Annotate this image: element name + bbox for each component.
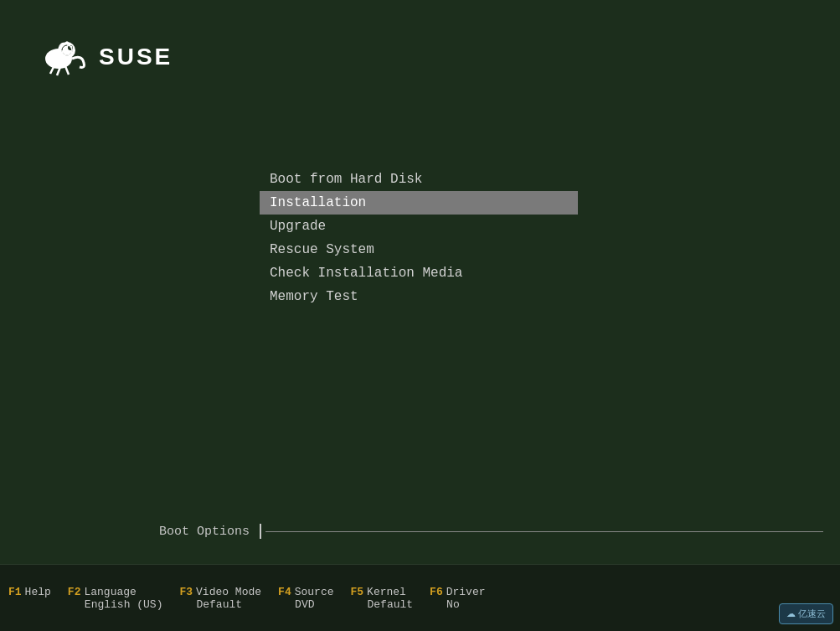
svg-line-6	[65, 66, 69, 75]
fkey-f6-value: No	[446, 598, 460, 611]
fkey-f2-value: English (US)	[85, 598, 163, 611]
fkey-f2-group[interactable]: F2 Language English (US)	[68, 586, 163, 611]
fkey-f5-group[interactable]: F5 Kernel Default	[351, 586, 414, 611]
boot-options-label: Boot Options	[159, 525, 250, 539]
fkey-f6-group[interactable]: F6 Driver No	[430, 586, 485, 611]
fkey-f3-group[interactable]: F3 Video Mode Default	[179, 586, 261, 611]
logo-area: SUSE	[42, 34, 173, 80]
boot-options-area: Boot Options	[0, 524, 840, 539]
boot-options-underline	[265, 531, 823, 532]
watermark: ☁ 亿速云	[779, 603, 833, 624]
fkey-f2-label: F2	[68, 586, 81, 598]
menu-item-check-installation-media[interactable]: Check Installation Media	[260, 261, 578, 285]
watermark-icon: ☁	[786, 608, 796, 618]
fkey-f4-name: Source	[295, 586, 334, 598]
menu-item-installation[interactable]: Installation	[260, 191, 578, 215]
menu-item-rescue-system[interactable]: Rescue System	[260, 238, 578, 261]
chameleon-icon	[42, 34, 92, 80]
watermark-text: 亿速云	[798, 608, 826, 618]
fkey-f4-group[interactable]: F4 Source DVD	[278, 586, 333, 611]
fkey-f2-name: Language	[84, 586, 136, 598]
fkey-f1-group[interactable]: F1 Help	[8, 586, 51, 598]
boot-options-cursor	[260, 524, 261, 539]
boot-menu: Boot from Hard Disk Installation Upgrade…	[260, 168, 578, 308]
fkey-f1-name: Help	[25, 586, 51, 598]
menu-item-memory-test[interactable]: Memory Test	[260, 285, 578, 308]
brand-name: SUSE	[99, 44, 173, 70]
fkey-f4-value: DVD	[295, 598, 314, 611]
fkey-f3-label: F3	[179, 586, 193, 598]
fkey-f5-name: Kernel	[367, 586, 406, 598]
fkey-f6-name: Driver	[446, 586, 486, 598]
fkey-f3-name: Video Mode	[196, 586, 261, 598]
menu-item-upgrade[interactable]: Upgrade	[260, 215, 578, 238]
menu-item-boot-hard-disk[interactable]: Boot from Hard Disk	[260, 168, 578, 191]
fkey-f1-label: F1	[8, 586, 22, 598]
fkey-f3-value: Default	[196, 598, 242, 611]
fkey-f4-label: F4	[278, 586, 291, 598]
fkey-f5-label: F5	[351, 586, 364, 598]
fkey-f6-label: F6	[430, 586, 443, 598]
fkey-f5-value: Default	[368, 598, 414, 611]
function-keys-bar: F1 Help F2 Language English (US) F3 Vide…	[0, 564, 840, 631]
